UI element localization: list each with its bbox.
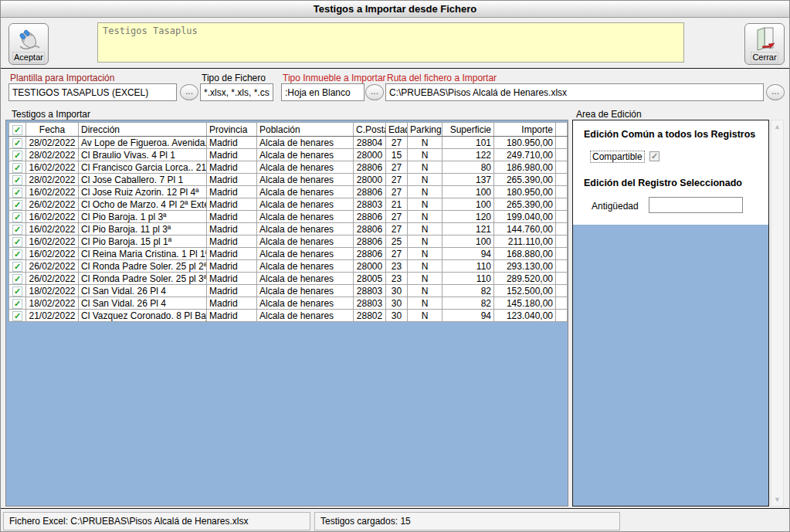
row-select-cell[interactable]: ✓ [9, 149, 26, 161]
cell-cpostal: 28806 [354, 236, 386, 248]
check-icon: ✓ [14, 125, 21, 134]
column-header-importe[interactable]: Importe [494, 123, 556, 137]
table-row[interactable]: ✓16/02/2022Cl Pio Baroja. 15 pl 1ªMadrid… [9, 236, 568, 248]
column-header-parking[interactable]: Parking [408, 123, 442, 137]
row-select-cell[interactable]: ✓ [9, 273, 26, 285]
row-select-cell[interactable]: ✓ [9, 137, 26, 149]
cell-provincia: Madrid [207, 248, 257, 260]
cell-superficie: 101 [442, 137, 494, 149]
check-icon: ✓ [14, 286, 21, 296]
row-checkbox[interactable]: ✓ [12, 151, 22, 161]
row-select-cell[interactable]: ✓ [9, 174, 26, 186]
template-browse-button[interactable]: ... [180, 84, 198, 100]
cell-fecha: 21/02/2022 [26, 310, 79, 322]
mouse-icon [9, 24, 48, 52]
cell-spacer [556, 273, 568, 285]
row-checkbox[interactable]: ✓ [12, 138, 22, 148]
cell-parking: N [408, 236, 442, 248]
status-count-text: Testigos cargados: 15 [314, 512, 620, 530]
property-type-input[interactable] [281, 83, 364, 101]
table-row[interactable]: ✓16/02/2022Cl Reina Maria Cristina. 1 Pl… [9, 248, 568, 260]
common-edit-heading: Edición Común a todos los Registros [584, 129, 755, 140]
row-checkbox[interactable]: ✓ [12, 262, 22, 272]
compartible-checkbox[interactable]: ✓ [649, 151, 659, 161]
column-header-edad[interactable]: Edad [386, 123, 408, 137]
table-row[interactable]: ✓18/02/2022Cl San Vidal. 26 Pl 4MadridAl… [9, 285, 568, 297]
file-path-browse-button[interactable]: ... [766, 84, 785, 100]
column-header-cpostal[interactable]: C.Postal [354, 123, 386, 137]
column-header-superficie[interactable]: Superficie [442, 123, 494, 137]
cell-provincia: Madrid [207, 161, 257, 174]
row-checkbox[interactable]: ✓ [12, 163, 22, 173]
row-checkbox[interactable]: ✓ [12, 200, 22, 210]
row-select-cell[interactable]: ✓ [9, 260, 26, 273]
row-checkbox[interactable]: ✓ [12, 188, 22, 198]
notes-textarea[interactable] [97, 22, 684, 63]
file-type-input[interactable] [200, 83, 273, 101]
row-checkbox[interactable]: ✓ [12, 311, 22, 321]
row-checkbox[interactable]: ✓ [12, 212, 22, 222]
row-select-cell[interactable]: ✓ [9, 223, 26, 236]
row-checkbox[interactable]: ✓ [12, 225, 22, 235]
column-header-direccion[interactable]: Dirección [79, 123, 207, 137]
row-select-cell[interactable]: ✓ [9, 297, 26, 310]
row-select-cell[interactable]: ✓ [9, 198, 26, 211]
row-checkbox[interactable]: ✓ [12, 125, 22, 135]
table-row[interactable]: ✓26/02/2022Cl Ronda Padre Soler. 25 pl 2… [9, 260, 568, 273]
toolbar-separator [1, 68, 790, 69]
row-select-cell[interactable]: ✓ [9, 248, 26, 260]
cell-edad: 21 [386, 198, 408, 211]
cell-poblacion: Alcala de henares [257, 310, 354, 322]
edit-panel-scrollbar[interactable]: ▲ ▼ [771, 120, 784, 507]
cell-spacer [556, 285, 568, 297]
scroll-down-icon[interactable]: ▼ [771, 493, 783, 506]
cell-fecha: 28/02/2022 [26, 137, 79, 149]
cell-poblacion: Alcala de henares [257, 137, 354, 149]
accept-button[interactable]: Aceptar [8, 23, 49, 65]
select-all-header[interactable]: ✓ [9, 123, 26, 137]
antiguedad-input[interactable] [649, 197, 743, 213]
row-select-cell[interactable]: ✓ [9, 285, 26, 297]
close-button[interactable]: Cerrar [744, 23, 785, 65]
table-row[interactable]: ✓28/02/2022Cl Jose Caballero. 7 Pl 1Madr… [9, 174, 568, 186]
table-row[interactable]: ✓16/02/2022Cl Pio Baroja. 11 pl 3ªMadrid… [9, 223, 568, 236]
check-icon: ✓ [14, 188, 21, 197]
row-select-cell[interactable]: ✓ [9, 161, 26, 174]
cell-edad: 27 [386, 186, 408, 198]
table-row[interactable]: ✓28/02/2022Cl Braulio Vivas. 4 Pl 1Madri… [9, 149, 568, 161]
row-checkbox[interactable]: ✓ [12, 286, 22, 296]
cell-provincia: Madrid [207, 260, 257, 273]
import-dialog-window: Testigos a Importar desde Fichero Acepta… [0, 0, 790, 532]
cell-direccion: Cl Ronda Padre Soler. 25 pl 2ª I [79, 260, 207, 273]
file-path-input[interactable] [385, 83, 764, 101]
row-checkbox[interactable]: ✓ [12, 274, 22, 284]
testigos-grid-area[interactable]: ✓FechaDirecciónProvinciaPoblaciónC.Posta… [5, 120, 568, 507]
table-row[interactable]: ✓26/02/2022Cl Ronda Padre Soler. 25 pl 3… [9, 273, 568, 285]
scroll-up-icon[interactable]: ▲ [771, 120, 783, 133]
cell-importe: 265.390,00 [494, 174, 556, 186]
table-row[interactable]: ✓16/02/2022Cl Pio Baroja. 1 pl 3ªMadridA… [9, 211, 568, 223]
row-checkbox[interactable]: ✓ [12, 237, 22, 247]
table-row[interactable]: ✓16/02/2022Cl Francisco Garcia Lorca.. 2… [9, 161, 568, 174]
template-input[interactable] [8, 83, 177, 101]
table-row[interactable]: ✓28/02/2022Av Lope de Figueroa. Avenida.… [9, 137, 568, 149]
row-select-cell[interactable]: ✓ [9, 211, 26, 223]
column-header-fecha[interactable]: Fecha [26, 123, 79, 137]
table-row[interactable]: ✓26/02/2022Cl Ocho de Marzo. 4 Pl 2ª Ext… [9, 198, 568, 211]
testigos-table[interactable]: ✓FechaDirecciónProvinciaPoblaciónC.Posta… [8, 122, 568, 322]
cell-superficie: 94 [442, 248, 494, 260]
column-header-poblacion[interactable]: Población [257, 123, 354, 137]
row-checkbox[interactable]: ✓ [12, 299, 22, 309]
row-checkbox[interactable]: ✓ [12, 175, 22, 185]
check-icon: ✓ [14, 200, 21, 209]
cell-fecha: 26/02/2022 [26, 273, 79, 285]
table-row[interactable]: ✓21/02/2022Cl Vazquez Coronado. 8 Pl Baj… [9, 310, 568, 322]
row-select-cell[interactable]: ✓ [9, 236, 26, 248]
row-select-cell[interactable]: ✓ [9, 310, 26, 322]
row-checkbox[interactable]: ✓ [12, 249, 22, 259]
table-row[interactable]: ✓18/02/2022Cl San Vidal. 26 Pl 4MadridAl… [9, 297, 568, 310]
property-type-browse-button[interactable]: ... [365, 84, 384, 100]
table-row[interactable]: ✓16/02/2022Cl Jose Ruiz Azorin. 12 Pl 4ª… [9, 186, 568, 198]
column-header-provincia[interactable]: Provincia [207, 123, 257, 137]
row-select-cell[interactable]: ✓ [9, 186, 26, 198]
